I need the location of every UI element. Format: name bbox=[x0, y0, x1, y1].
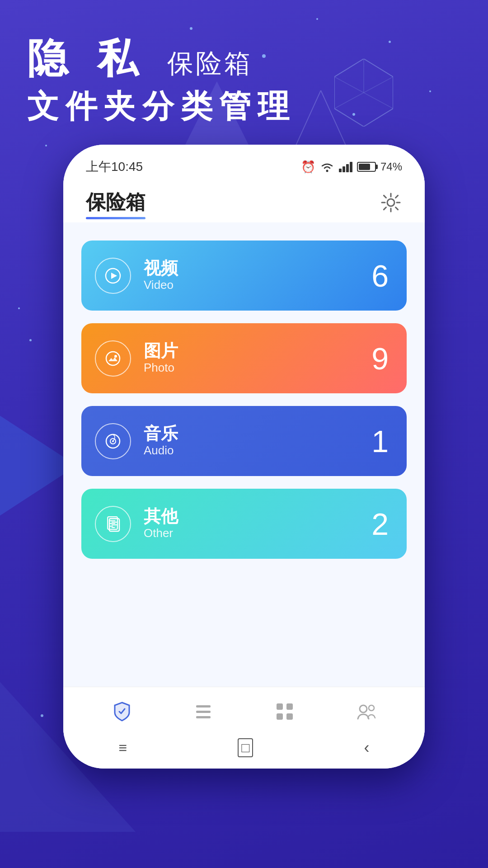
svg-rect-39 bbox=[286, 703, 293, 710]
svg-rect-36 bbox=[196, 711, 211, 713]
header-line1: 隐 私 保险箱 bbox=[27, 36, 296, 81]
svg-line-7 bbox=[334, 77, 393, 108]
category-card-video[interactable]: 视频 Video 6 bbox=[81, 241, 407, 311]
audio-label-zh: 音乐 bbox=[144, 425, 178, 443]
contacts-icon bbox=[355, 701, 377, 722]
svg-rect-15 bbox=[339, 169, 342, 172]
photo-label-zh: 图片 bbox=[144, 342, 178, 361]
settings-icon[interactable] bbox=[380, 191, 402, 214]
svg-point-22 bbox=[106, 352, 120, 365]
card-labels-other: 其他 Other bbox=[144, 507, 178, 540]
category-card-audio[interactable]: 音乐 Audio 1 bbox=[81, 406, 407, 476]
other-icon-circle bbox=[95, 506, 131, 542]
home-button[interactable]: □ bbox=[238, 738, 253, 757]
video-count: 6 bbox=[371, 258, 389, 293]
apps-icon bbox=[274, 701, 296, 722]
card-labels-photo: 图片 Photo bbox=[144, 342, 178, 375]
card-labels-audio: 音乐 Audio bbox=[144, 425, 178, 458]
svg-point-43 bbox=[369, 705, 374, 711]
header-section: 隐 私 保险箱 文件夹分类管理 bbox=[27, 36, 296, 128]
list-icon bbox=[192, 701, 214, 722]
cube-decoration-top-right bbox=[334, 59, 393, 127]
audio-icon-circle bbox=[95, 423, 131, 459]
back-button[interactable]: ‹ bbox=[364, 738, 369, 757]
category-card-other[interactable]: 其他 Other 2 bbox=[81, 489, 407, 559]
battery-percent: 74% bbox=[380, 160, 402, 173]
svg-marker-21 bbox=[111, 273, 117, 279]
svg-rect-17 bbox=[346, 164, 349, 172]
svg-rect-16 bbox=[343, 166, 345, 172]
svg-line-6 bbox=[334, 77, 393, 108]
app-titlebar: 保险箱 bbox=[63, 180, 425, 222]
phone-inner: 上午10:45 ⏰ bbox=[63, 145, 425, 769]
other-label-en: Other bbox=[144, 526, 178, 540]
card-left-audio: 音乐 Audio bbox=[95, 423, 178, 459]
signal-icon bbox=[339, 161, 352, 172]
photo-icon-circle bbox=[95, 340, 131, 377]
svg-marker-4 bbox=[334, 59, 393, 127]
battery-icon: 74% bbox=[357, 160, 402, 173]
audio-label-en: Audio bbox=[144, 443, 178, 458]
svg-point-14 bbox=[326, 170, 328, 172]
bottom-nav bbox=[63, 687, 425, 731]
svg-point-42 bbox=[360, 705, 367, 712]
other-count: 2 bbox=[371, 506, 389, 542]
android-nav-bar: ≡ □ ‹ bbox=[63, 731, 425, 769]
status-icons: ⏰ bbox=[301, 160, 402, 174]
svg-rect-41 bbox=[286, 713, 293, 720]
status-bar: 上午10:45 ⏰ bbox=[63, 145, 425, 180]
main-content: 视频 Video 6 图片 bbox=[63, 222, 425, 687]
content-spacer bbox=[81, 571, 407, 678]
video-icon-circle bbox=[95, 258, 131, 294]
photo-count: 9 bbox=[371, 341, 389, 376]
card-labels-video: 视频 Video bbox=[144, 259, 178, 292]
svg-rect-35 bbox=[196, 705, 211, 708]
svg-rect-40 bbox=[277, 713, 283, 720]
nav-item-list[interactable] bbox=[183, 696, 223, 727]
audio-count: 1 bbox=[371, 424, 389, 459]
other-label-zh: 其他 bbox=[144, 507, 178, 526]
photo-label-en: Photo bbox=[144, 361, 178, 375]
shield-icon bbox=[111, 701, 133, 722]
svg-point-23 bbox=[114, 355, 117, 358]
category-card-photo[interactable]: 图片 Photo 9 bbox=[81, 323, 407, 393]
video-label-en: Video bbox=[144, 278, 178, 292]
svg-rect-18 bbox=[350, 162, 352, 172]
status-time: 上午10:45 bbox=[86, 158, 143, 175]
card-left-photo: 图片 Photo bbox=[95, 340, 178, 377]
phone-mockup: 上午10:45 ⏰ bbox=[63, 145, 425, 769]
svg-point-19 bbox=[387, 199, 394, 206]
nav-item-safe[interactable] bbox=[102, 696, 142, 727]
svg-rect-37 bbox=[196, 716, 211, 718]
card-left-other: 其他 Other bbox=[95, 506, 178, 542]
card-left-video: 视频 Video bbox=[95, 258, 178, 294]
header-title-main: 隐 私 bbox=[27, 36, 147, 81]
app-title: 保险箱 bbox=[86, 189, 145, 216]
alarm-icon: ⏰ bbox=[301, 160, 315, 174]
menu-button[interactable]: ≡ bbox=[119, 740, 127, 756]
nav-item-apps[interactable] bbox=[265, 696, 305, 727]
video-label-zh: 视频 bbox=[144, 259, 178, 278]
header-line2: 文件夹分类管理 bbox=[27, 85, 296, 128]
header-title-sub: 保险箱 bbox=[167, 48, 253, 78]
svg-rect-38 bbox=[277, 703, 283, 710]
wifi-icon bbox=[320, 161, 334, 172]
svg-rect-31 bbox=[108, 517, 117, 529]
nav-item-contacts[interactable] bbox=[346, 696, 386, 727]
